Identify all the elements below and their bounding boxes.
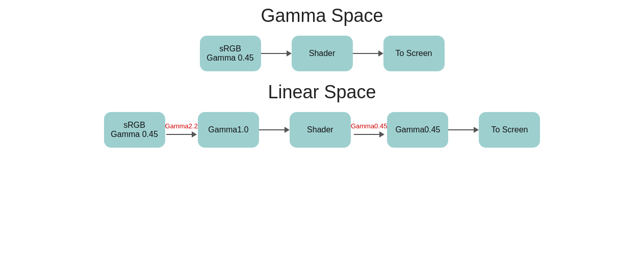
gamma-flow: sRGBGamma 0.45 Shader [200,36,445,71]
linear-arrow-2-shaft [259,129,285,130]
linear-node-gamma10: Gamma1.0 [198,112,259,148]
linear-arrow-1: Gamma2.2 [165,122,198,137]
linear-arrow-1-shaft [166,134,192,135]
linear-arrow-2-line [259,127,290,133]
linear-node-srgb: sRGBGamma 0.45 [104,112,165,148]
linear-arrow-1-head [192,131,197,137]
gamma-node-to-screen-text: To Screen [395,49,432,58]
linear-arrow-3-head [379,131,384,137]
gamma-node-shader-text: Shader [309,49,336,58]
linear-node-gamma045-text: Gamma0.45 [395,125,440,134]
gamma-node-shader: Shader [292,36,353,71]
linear-node-srgb-text: sRGBGamma 0.45 [111,121,158,139]
linear-arrow-4-head [474,127,479,133]
linear-arrow-4-shaft [448,129,474,130]
linear-arrow-2 [259,127,290,133]
linear-arrow-4 [448,127,479,133]
gamma-space-section: Gamma Space sRGBGamma 0.45 Shader [200,5,445,71]
main-container: Gamma Space sRGBGamma 0.45 Shader [0,0,644,277]
linear-node-to-screen-text: To Screen [491,125,528,134]
linear-arrow-3-shaft [354,134,379,135]
gamma-arrow-1-head [287,50,292,57]
linear-space-section: Linear Space sRGBGamma 0.45 Gamma2.2 Gam… [89,81,556,148]
linear-node-gamma045: Gamma0.45 [387,112,448,148]
linear-arrow-1-label: Gamma2.2 [165,122,198,130]
gamma-node-srgb-text: sRGBGamma 0.45 [207,44,253,63]
linear-arrow-2-head [285,127,290,133]
gamma-arrow-2-shaft [353,53,378,54]
linear-arrow-4-line [448,127,479,133]
linear-arrow-1-line [166,131,197,137]
linear-flow: sRGBGamma 0.45 Gamma2.2 Gamma1.0 [89,112,556,148]
gamma-arrow-1 [261,50,292,57]
gamma-arrow-1-line [261,50,292,57]
gamma-arrow-2-head [378,50,383,57]
gamma-arrow-2-line [353,50,383,57]
gamma-space-title: Gamma Space [261,5,383,26]
gamma-node-to-screen: To Screen [383,36,445,71]
gamma-arrow-1-shaft [261,53,287,54]
linear-arrow-3-line [354,131,384,137]
linear-arrow-3: Gamma0.45 [351,122,388,137]
linear-space-title: Linear Space [268,81,376,103]
gamma-arrow-2 [353,50,383,57]
linear-arrow-3-label: Gamma0.45 [351,122,388,130]
gamma-node-srgb: sRGBGamma 0.45 [200,36,261,71]
linear-node-to-screen: To Screen [479,112,540,148]
linear-node-shader: Shader [290,112,351,148]
linear-node-shader-text: Shader [307,125,333,134]
linear-node-gamma10-text: Gamma1.0 [208,125,248,134]
